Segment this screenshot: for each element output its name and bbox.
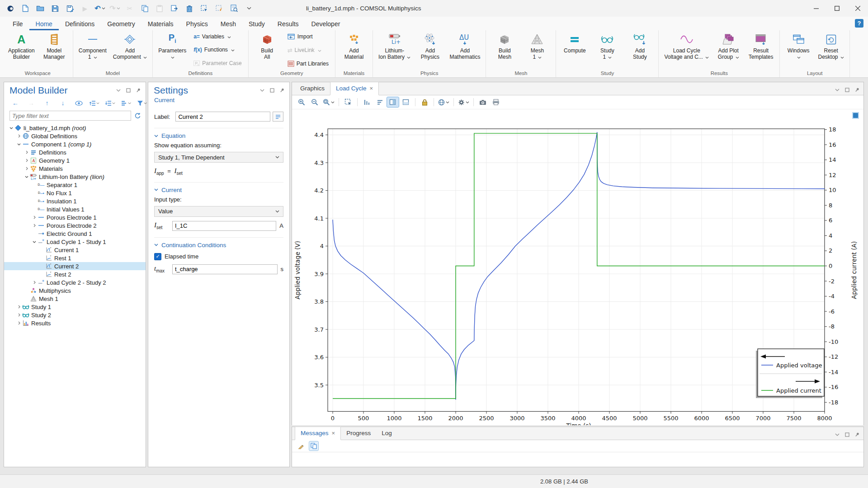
tree-node-separator-1[interactable]: ᴰ—Separator 1 bbox=[4, 181, 146, 189]
refresh-icon[interactable] bbox=[134, 112, 141, 119]
collapse-icon[interactable] bbox=[32, 241, 37, 243]
redo-icon[interactable]: ↷ bbox=[109, 3, 121, 14]
ribbon-tab-geometry[interactable]: Geometry bbox=[101, 19, 141, 30]
y-axis-data-icon[interactable] bbox=[361, 97, 373, 107]
help-icon[interactable]: ? bbox=[855, 19, 863, 28]
copy-icon[interactable] bbox=[139, 3, 151, 14]
print-icon[interactable] bbox=[490, 97, 502, 107]
select-box-icon[interactable] bbox=[198, 3, 210, 14]
axis-equal-icon[interactable] bbox=[400, 97, 412, 107]
float-panel-icon[interactable] bbox=[845, 88, 849, 92]
expand-all-icon[interactable] bbox=[89, 98, 100, 108]
build-all-button[interactable]: BuildAll bbox=[251, 31, 283, 70]
collapse-all-icon[interactable] bbox=[104, 98, 116, 108]
tree-node-lithium-ion-battery[interactable]: Li+Lithium-Ion Battery(liion) bbox=[4, 173, 146, 181]
tree-node-load-cycle-1-study-1[interactable]: *Load Cycle 1 - Study 1 bbox=[4, 238, 146, 246]
show-icon[interactable] bbox=[73, 98, 85, 108]
expand-icon[interactable] bbox=[32, 216, 37, 219]
part-libraries-button[interactable]: Part Libraries bbox=[286, 60, 330, 67]
pin-panel-icon[interactable] bbox=[136, 88, 141, 93]
tmax-input[interactable] bbox=[172, 264, 278, 274]
environment-icon[interactable] bbox=[437, 97, 450, 107]
zoom-out-icon[interactable] bbox=[309, 97, 321, 107]
tree-node-global-definitions[interactable]: Global Definitions bbox=[4, 132, 146, 140]
tree-node-electric-ground-1[interactable]: Electric Ground 1 bbox=[4, 230, 146, 238]
image-snapshot-icon[interactable] bbox=[477, 97, 489, 107]
x-axis-data-icon[interactable] bbox=[374, 97, 386, 107]
rename-button[interactable] bbox=[273, 112, 283, 122]
label-input[interactable] bbox=[175, 112, 270, 122]
go-back-icon[interactable]: ← bbox=[9, 98, 21, 108]
functions-button[interactable]: f(x)Functions bbox=[192, 46, 243, 53]
ribbon-tab-mesh[interactable]: Mesh bbox=[214, 19, 242, 30]
result-templates-button[interactable]: ResultTemplates bbox=[745, 31, 777, 70]
ribbon-tab-study[interactable]: Study bbox=[242, 19, 271, 30]
collapse-icon[interactable] bbox=[9, 127, 14, 129]
expand-icon[interactable] bbox=[16, 134, 22, 138]
load-cycle-button[interactable]: Load CycleVoltage and C... bbox=[661, 31, 712, 70]
parameters-button[interactable]: PiParameters bbox=[156, 31, 189, 70]
add-physics-button[interactable]: AddPhysics bbox=[414, 31, 446, 70]
ribbon-tab-home[interactable]: Home bbox=[29, 19, 59, 30]
collapse-icon[interactable] bbox=[16, 143, 22, 145]
zoom-extents-icon[interactable] bbox=[322, 97, 335, 107]
graphics-canvas[interactable]: 0500100015002000250030003500400045005000… bbox=[292, 109, 863, 425]
maximize-button[interactable] bbox=[826, 0, 847, 17]
mesh-button[interactable]: Mesh1 bbox=[521, 31, 553, 70]
toolbar-overflow-icon[interactable] bbox=[243, 3, 255, 14]
component-button[interactable]: Component1 bbox=[76, 31, 109, 70]
tree-node-rest-2[interactable]: Rest 2 bbox=[4, 270, 146, 278]
tree-node-current-2[interactable]: Current 2 bbox=[4, 262, 146, 270]
save-compact-icon[interactable] bbox=[64, 3, 76, 14]
windows-button[interactable]: Windows bbox=[783, 31, 814, 70]
save-icon[interactable] bbox=[49, 3, 61, 14]
delete-icon[interactable] bbox=[184, 3, 195, 14]
pin-panel-icon[interactable] bbox=[855, 432, 860, 437]
move-up-icon[interactable]: ↑ bbox=[41, 98, 53, 108]
zoom-in-icon[interactable] bbox=[296, 97, 307, 107]
parameter-case-button[interactable]: PiParameter Case bbox=[192, 59, 243, 67]
tree-node-initial-values-1[interactable]: ᴰ—Initial Values 1 bbox=[4, 205, 146, 213]
tree-node-insulation-1[interactable]: ᴰ–▪Insulation 1 bbox=[4, 197, 146, 205]
study-button[interactable]: Study1 bbox=[591, 31, 623, 70]
elapsed-time-checkbox[interactable]: ✓ bbox=[154, 253, 161, 260]
tree-node-definitions[interactable]: Definitions bbox=[4, 148, 146, 156]
find-icon[interactable] bbox=[228, 3, 240, 14]
build-mesh-button[interactable]: BuildMesh bbox=[489, 31, 520, 70]
run-icon[interactable]: ▶ bbox=[79, 3, 91, 14]
tree-node-results[interactable]: Results bbox=[4, 319, 146, 327]
axis-limits-icon[interactable] bbox=[387, 97, 399, 107]
expand-icon[interactable] bbox=[16, 313, 22, 317]
duplicate-icon[interactable] bbox=[169, 3, 180, 14]
cut-icon[interactable]: ✂ bbox=[124, 3, 136, 14]
messages-tab-messages[interactable]: Messages× bbox=[295, 427, 341, 440]
tree-node-li-battery-1d-mph[interactable]: li_battery_1d.mph(root) bbox=[4, 124, 146, 132]
application-builder-button[interactable]: AApplicationBuilder bbox=[5, 31, 38, 70]
tree-node-study-1[interactable]: Study 1 bbox=[4, 303, 146, 311]
expand-icon[interactable] bbox=[32, 224, 37, 227]
expand-icon[interactable] bbox=[16, 305, 22, 309]
close-tab-icon[interactable]: × bbox=[370, 85, 373, 92]
tree-node-rest-1[interactable]: Rest 1 bbox=[4, 254, 146, 262]
tree-filter-input[interactable] bbox=[9, 111, 131, 121]
model-tree-node-text-icon[interactable] bbox=[120, 98, 132, 108]
graphics-tab-graphics[interactable]: Graphics bbox=[295, 82, 330, 95]
filter-icon[interactable] bbox=[136, 98, 148, 108]
panel-menu-icon[interactable] bbox=[835, 89, 840, 91]
livelink-button[interactable]: ⇄LiveLink bbox=[286, 47, 330, 54]
close-button[interactable] bbox=[847, 0, 868, 17]
graphics-tab-load-cycle[interactable]: Load Cycle× bbox=[330, 82, 379, 95]
expand-icon[interactable] bbox=[24, 167, 29, 170]
model-manager-button[interactable]: ModelManager bbox=[38, 31, 70, 70]
undo-icon[interactable]: ↶ bbox=[94, 3, 106, 14]
paste-icon[interactable] bbox=[154, 3, 165, 14]
lock-axes-icon[interactable] bbox=[419, 97, 430, 107]
panel-menu-icon[interactable] bbox=[116, 89, 121, 92]
float-panel-icon[interactable] bbox=[845, 432, 849, 437]
add-study-button[interactable]: AddStudy bbox=[624, 31, 656, 70]
ribbon-tab-definitions[interactable]: Definitions bbox=[59, 19, 101, 30]
add-component-button[interactable]: AddComponent bbox=[110, 31, 150, 70]
add-material-button[interactable]: AddMaterial bbox=[338, 31, 370, 70]
tree-node-study-2[interactable]: Study 2 bbox=[4, 311, 146, 319]
panel-menu-icon[interactable] bbox=[835, 433, 840, 436]
